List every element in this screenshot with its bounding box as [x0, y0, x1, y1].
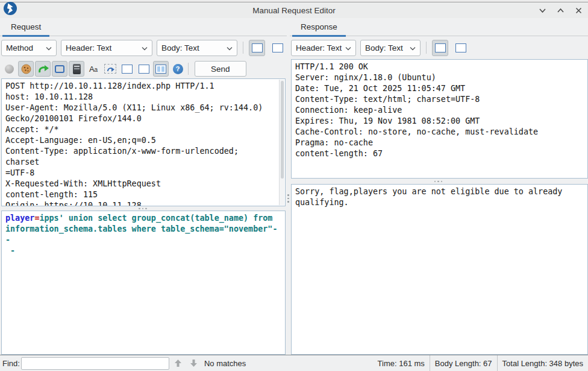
- chevron-down-icon: [46, 43, 52, 52]
- splitter-handle-dots: [434, 180, 443, 182]
- open-in-tab-icon: [104, 64, 116, 74]
- combined-view-icon: [455, 43, 466, 52]
- response-splitter[interactable]: [290, 179, 588, 184]
- tab-request[interactable]: Request: [2, 19, 49, 37]
- ball-button[interactable]: [1, 61, 17, 77]
- cookie-toggle[interactable]: [18, 61, 34, 77]
- open-in-tab-button[interactable]: [102, 61, 118, 77]
- maximize-button[interactable]: [555, 5, 565, 15]
- time-status: Time: 161 ms: [373, 355, 430, 371]
- arrow-down-icon: [190, 359, 198, 367]
- separator: [426, 42, 427, 54]
- body-length-status: Body Length: 67: [430, 355, 497, 371]
- follow-redirects-icon: [37, 64, 49, 74]
- response-header-text[interactable]: HTTP/1.1 200 OK Server: nginx/1.18.0 (Ub…: [292, 60, 587, 161]
- sql-value-token: ipps' union select group_concat(table_na…: [5, 214, 277, 255]
- cookie-icon: [21, 64, 31, 74]
- find-label: Find:: [2, 359, 20, 368]
- response-body-view-select[interactable]: Body: Text: [360, 40, 421, 56]
- split-vertical-icon: [155, 65, 166, 74]
- splitter-handle-dots: [287, 194, 289, 203]
- tab-response[interactable]: Response: [292, 19, 346, 37]
- request-action-toolbar: Aa ? Send: [0, 59, 287, 78]
- chevron-down-icon: [227, 43, 233, 52]
- panes-vertical-splitter[interactable]: [287, 18, 290, 355]
- split-vertical-button[interactable]: [153, 61, 169, 77]
- arrow-up-icon: [174, 359, 182, 367]
- request-header-panel[interactable]: POST http://10.10.11.128/index.php HTTP/…: [1, 78, 286, 206]
- ball-icon: [5, 65, 14, 74]
- split-view-icon: [435, 43, 446, 52]
- split-horizontal-button[interactable]: [136, 61, 152, 77]
- minimize-button[interactable]: [537, 5, 547, 15]
- split-view-toggle[interactable]: [249, 40, 265, 56]
- split-view-toggle[interactable]: [432, 40, 448, 56]
- response-body-panel[interactable]: Sorry, flag,players you are not eligible…: [291, 184, 588, 355]
- combined-view-icon: [272, 43, 283, 52]
- server-toggle[interactable]: [69, 61, 84, 77]
- fix-length-toggle[interactable]: [52, 61, 67, 77]
- combined-view-toggle[interactable]: [452, 40, 469, 56]
- response-pane: Response Header: Text Body: Text: [290, 18, 588, 355]
- request-header-scrollbar[interactable]: [279, 80, 284, 205]
- total-length-status: Total Length: 348 bytes: [497, 355, 588, 371]
- combined-view-toggle[interactable]: [269, 40, 286, 56]
- chevron-down-icon: [142, 43, 148, 52]
- fix-length-frame-icon: [55, 65, 64, 73]
- request-body-view-select[interactable]: Body: Text: [157, 40, 237, 56]
- request-header-text[interactable]: POST http://10.10.11.128/index.php HTTP/…: [2, 79, 285, 206]
- window-title: Manual Request Editor: [0, 6, 588, 15]
- request-tabbar: Request: [0, 18, 287, 36]
- response-body-text[interactable]: Sorry, flag,players you are not eligible…: [292, 185, 587, 210]
- chevron-down-icon: [345, 43, 351, 52]
- response-view-toolbar: Header: Text Body: Text: [290, 36, 588, 59]
- response-header-view-select[interactable]: Header: Text: [291, 40, 356, 56]
- response-tabbar: Response: [290, 18, 588, 36]
- find-input[interactable]: [21, 357, 169, 370]
- request-splitter[interactable]: [0, 206, 287, 211]
- statusbar: Find: No matches Time: 161 ms Body Lengt…: [0, 355, 588, 371]
- split-horizontal-icon: [139, 65, 149, 74]
- request-pane: Request Method Header: Text Body: Text: [0, 18, 287, 355]
- window-icon: [122, 65, 133, 74]
- send-button[interactable]: Send: [195, 61, 246, 77]
- find-status-text: No matches: [204, 359, 246, 368]
- find-previous-button[interactable]: [172, 357, 185, 370]
- request-header-view-select[interactable]: Header: Text: [61, 40, 152, 56]
- response-header-panel[interactable]: HTTP/1.1 200 OK Server: nginx/1.18.0 (Ub…: [291, 59, 588, 179]
- font-size-button[interactable]: Aa: [86, 61, 101, 77]
- window-button[interactable]: [119, 61, 135, 77]
- sql-param-token: player: [5, 214, 34, 223]
- separator: [243, 42, 243, 54]
- method-select[interactable]: Method: [1, 40, 57, 56]
- help-button[interactable]: ?: [170, 61, 186, 77]
- manual-request-editor-window: Manual Request Editor Request Method: [0, 0, 588, 371]
- splitter-handle-dots: [139, 208, 147, 209]
- follow-redirects-toggle[interactable]: [35, 61, 51, 77]
- close-button[interactable]: [574, 5, 583, 15]
- request-body-panel[interactable]: player=ipps' union select group_concat(t…: [1, 211, 286, 355]
- server-icon: [73, 64, 81, 74]
- separator: [188, 63, 189, 75]
- find-next-button[interactable]: [187, 357, 201, 370]
- titlebar[interactable]: Manual Request Editor: [0, 2, 588, 18]
- chevron-down-icon: [410, 43, 416, 52]
- font-size-icon: Aa: [89, 65, 98, 74]
- request-view-toolbar: Method Header: Text Body: Text: [0, 36, 287, 59]
- split-view-icon: [252, 43, 263, 52]
- help-icon: ?: [173, 64, 183, 74]
- request-body-text[interactable]: player=ipps' union select group_concat(t…: [2, 211, 285, 258]
